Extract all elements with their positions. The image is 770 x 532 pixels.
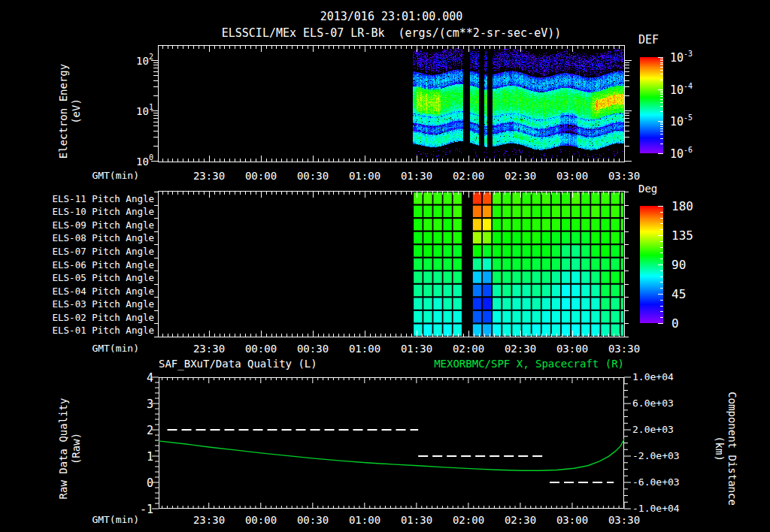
x-tick-label: 01:00	[341, 514, 388, 526]
axis-tick	[625, 192, 629, 192]
axis-tick	[660, 134, 663, 135]
axis-tick	[625, 218, 629, 219]
axis-tick	[153, 71, 158, 72]
axis-tick	[625, 71, 629, 72]
axis-tick	[154, 337, 158, 337]
axis-tick	[625, 95, 629, 96]
axis-tick	[660, 223, 663, 224]
panel1-y-axis-label-line1: Electron Energy	[57, 55, 70, 168]
axis-tick	[625, 60, 632, 61]
axis-tick	[660, 126, 663, 127]
x-tick-label: 03:30	[601, 170, 647, 182]
axis-tick	[660, 138, 663, 139]
panel3-right-tick-label: 1.0e+04	[632, 371, 674, 382]
pitch-row-label: ELS-08 Pitch Angle	[30, 232, 154, 243]
x-tick-label: 03:30	[601, 514, 647, 526]
x-tick-label: 02:00	[445, 514, 492, 526]
panel1-y-axis-label: Electron Energy (eV)	[57, 55, 83, 168]
axis-tick	[625, 137, 629, 138]
axis-tick	[625, 115, 629, 116]
axis-tick	[625, 110, 632, 111]
axis-tick	[660, 282, 663, 283]
axis-tick	[625, 297, 629, 298]
panel3-left-tick-label: 4	[120, 371, 153, 385]
spectrogram-panel	[158, 45, 625, 162]
axis-tick	[658, 294, 663, 295]
x-tick-label: 23:30	[186, 170, 232, 182]
axis-tick	[625, 337, 629, 337]
axis-tick	[660, 62, 663, 63]
axis-tick	[625, 231, 629, 232]
panel3-right-series-title: MEXORBMC/SPF X, Spacecraft (R)	[434, 358, 624, 370]
axis-tick	[151, 110, 158, 111]
axis-tick	[154, 271, 158, 271]
axis-tick	[153, 75, 158, 76]
axis-tick	[625, 284, 629, 285]
panel3-left-tick-label: 0	[120, 476, 153, 490]
panel3-right-axis-label-line2: (km)	[713, 381, 726, 516]
pitch-row-label: ELS-03 Pitch Angle	[30, 298, 154, 310]
deg-colorbar-tick-label: 45	[671, 287, 686, 301]
axis-tick	[625, 80, 629, 81]
axis-tick	[660, 64, 663, 65]
axis-tick	[153, 65, 158, 65]
axis-tick	[658, 323, 663, 324]
axis-tick	[660, 59, 663, 59]
panel1-gmt-label: GMT(min)	[75, 170, 139, 181]
panel3-right-axis-label: Component Distance (km)	[713, 381, 738, 516]
pitch-row-label: ELS-06 Pitch Angle	[30, 259, 154, 271]
axis-tick	[625, 146, 629, 147]
axis-tick	[154, 218, 158, 219]
x-tick-label: 01:30	[393, 514, 440, 526]
x-tick-label: 03:30	[601, 343, 647, 355]
axis-tick	[154, 297, 158, 298]
deg-colorbar-tick-label: 90	[671, 258, 686, 272]
axis-tick	[153, 115, 158, 116]
axis-tick	[625, 131, 629, 131]
pitch-angle-canvas	[159, 192, 624, 337]
x-tick-label: 00:30	[290, 170, 336, 182]
x-tick-label: 00:00	[238, 514, 284, 526]
axis-tick	[660, 122, 663, 123]
axis-tick	[625, 75, 629, 76]
axis-tick	[625, 244, 629, 245]
axis-tick	[660, 229, 663, 230]
axis-tick	[660, 106, 663, 107]
panel1-y-tick-label: 102	[120, 53, 153, 67]
def-colorbar-tick-label: 10-6	[670, 147, 693, 161]
pitch-row-label: ELS-05 Pitch Angle	[30, 272, 154, 283]
axis-tick	[660, 212, 663, 213]
axis-tick	[154, 310, 158, 311]
axis-tick	[154, 258, 158, 258]
axis-tick	[660, 91, 663, 92]
pitch-row-label: ELS-10 Pitch Angle	[30, 206, 154, 217]
axis-tick	[153, 122, 158, 122]
x-tick-label: 01:00	[341, 170, 388, 182]
axis-tick	[154, 192, 158, 192]
axis-tick	[625, 62, 629, 63]
axis-tick	[625, 271, 629, 271]
axis-tick	[660, 80, 663, 80]
x-tick-label: 00:00	[238, 343, 284, 355]
x-tick-label: 01:00	[341, 343, 388, 355]
panel3-right-tick-label: -1.0e+04	[632, 503, 680, 514]
def-colorbar-tick-label: 10-4	[670, 83, 693, 97]
def-colorbar-tick-label: 10-3	[670, 50, 693, 65]
axis-tick	[153, 113, 158, 113]
plot-page: 2013/016 23:01:00.000 ELSSCIL/MEx ELS-07…	[0, 0, 770, 532]
x-tick-label: 00:30	[290, 514, 336, 526]
axis-tick	[658, 264, 663, 265]
axis-tick	[658, 89, 663, 90]
axis-tick	[658, 121, 663, 122]
x-tick-label: 00:30	[290, 343, 336, 355]
spectrogram-canvas	[159, 46, 624, 162]
axis-tick	[153, 118, 158, 119]
x-tick-label: 01:30	[393, 343, 440, 355]
axis-tick	[153, 95, 158, 96]
axis-tick	[153, 125, 158, 126]
x-tick-label: 02:30	[497, 514, 544, 526]
panel2-gmt-label: GMT(min)	[75, 343, 139, 354]
pitch-row-label: ELS-09 Pitch Angle	[30, 219, 154, 231]
axis-tick	[625, 258, 629, 258]
x-tick-label: 03:00	[549, 343, 596, 355]
